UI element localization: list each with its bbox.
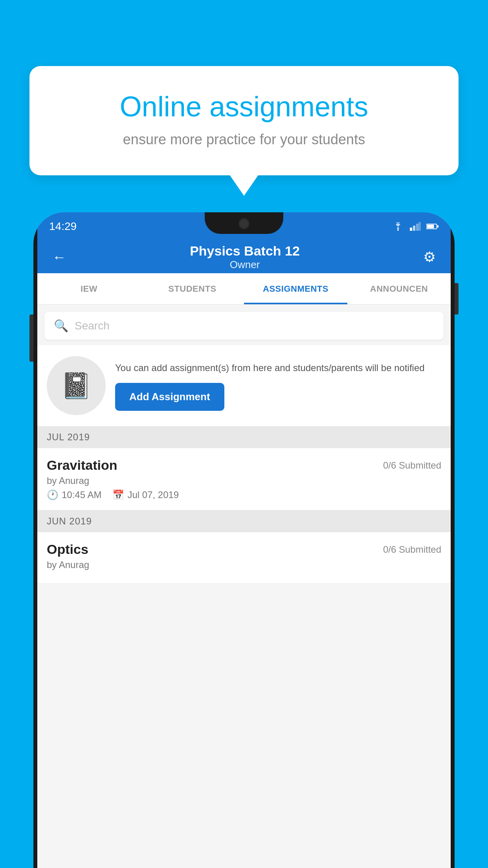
batch-role: Owner [190,259,300,271]
assignment-optics[interactable]: Optics 0/6 Submitted by Anurag [37,532,451,583]
svg-rect-7 [437,225,439,227]
calendar-icon: 📅 [112,489,124,500]
assignment-submitted: 0/6 Submitted [383,458,441,471]
search-bar[interactable]: 🔍 Search [44,312,444,340]
assignment-date: 📅 Jul 07, 2019 [112,489,179,500]
signal-icon [409,222,422,231]
section-jun-2019: JUN 2019 [37,510,451,532]
assignment-name: Gravitation [47,458,117,473]
assignment-time-value: 10:45 AM [62,489,101,500]
add-assignment-button[interactable]: Add Assignment [115,383,224,411]
svg-rect-4 [418,222,421,231]
tab-students[interactable]: STUDENTS [141,273,244,304]
tabs-bar: IEW STUDENTS ASSIGNMENTS ANNOUNCEN [37,273,451,305]
assignment-meta: 🕐 10:45 AM 📅 Jul 07, 2019 [47,489,441,500]
assignment-icon-circle: 📓 [47,356,106,415]
phone-frame: 14:29 [33,212,455,868]
clock-icon: 🕐 [47,489,59,500]
assignment-author: by Anurag [47,475,441,486]
batch-title: Physics Batch 12 [190,243,300,259]
promo-card: 📓 You can add assignment(s) from here an… [37,345,451,426]
tab-announcements[interactable]: ANNOUNCEN [347,273,451,304]
bubble-subtitle: ensure more practice for your students [57,131,431,148]
notebook-icon: 📓 [61,371,92,401]
status-time: 14:29 [49,220,77,233]
header-title-block: Physics Batch 12 Owner [190,243,300,271]
back-button[interactable]: ← [48,245,70,269]
settings-button[interactable]: ⚙ [419,245,440,269]
svg-rect-3 [416,224,418,231]
tab-assignments[interactable]: ASSIGNMENTS [244,273,347,304]
search-placeholder: Search [75,320,110,332]
promo-description: You can add assignment(s) from here and … [115,361,440,375]
phone-camera [238,218,250,229]
svg-rect-6 [427,225,434,228]
content-area: 🔍 Search 📓 You can add assignment(s) fro… [37,305,451,868]
assignment-gravitation[interactable]: Gravitation 0/6 Submitted by Anurag 🕐 10… [37,448,451,510]
assignment-date-value: Jul 07, 2019 [127,489,179,500]
promo-content: You can add assignment(s) from here and … [115,361,440,411]
promo-speech-bubble: Online assignments ensure more practice … [29,66,459,175]
tab-iew[interactable]: IEW [37,273,141,304]
phone-notch [205,212,283,234]
app-screen: 14:29 [37,212,451,868]
assignment-name-optics: Optics [47,542,88,557]
section-jul-2019: JUL 2019 [37,426,451,448]
assignment-author-optics: by Anurag [47,559,441,570]
battery-icon [426,222,439,231]
svg-point-0 [397,229,399,231]
search-icon: 🔍 [54,319,68,333]
status-icons [392,222,439,231]
wifi-icon [392,222,404,231]
bubble-title: Online assignments [57,90,431,123]
svg-rect-1 [410,228,412,231]
assignment-submitted-optics: 0/6 Submitted [383,542,441,555]
svg-rect-2 [413,226,415,231]
assignment-time: 🕐 10:45 AM [47,489,101,500]
